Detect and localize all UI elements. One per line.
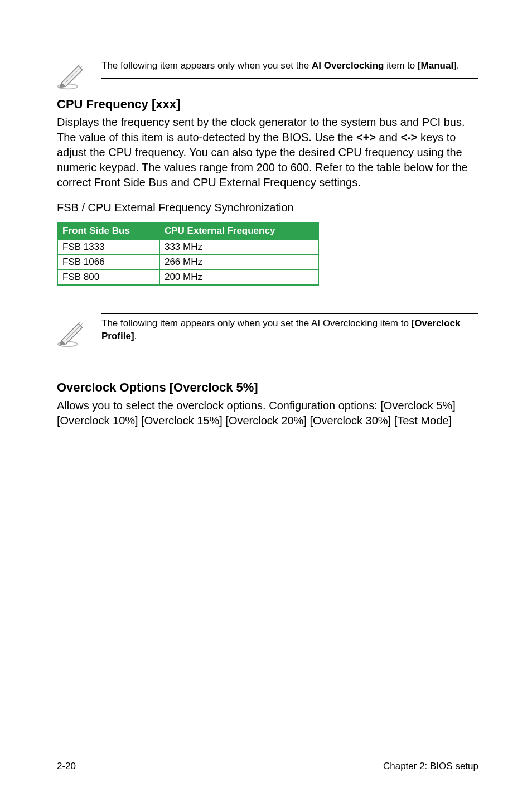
paragraph-cpu-frequency: Displays the frequency sent by the clock… <box>57 115 478 190</box>
note-overclock-profile: The following item appears only when you… <box>57 313 478 349</box>
note1-bold2: [Manual] <box>418 60 457 71</box>
table-row: FSB 800 200 MHz <box>57 270 318 286</box>
svg-line-3 <box>66 66 83 83</box>
pencil-note-icon <box>57 59 88 90</box>
key-minus: <-> <box>400 131 417 143</box>
note-text: The following item appears only when you… <box>101 56 478 79</box>
th-cpu-external-frequency: CPU External Frequency <box>159 223 318 239</box>
cell-freq: 200 MHz <box>159 270 318 286</box>
cell-freq: 266 MHz <box>159 255 318 270</box>
th-front-side-bus: Front Side Bus <box>57 223 159 239</box>
footer-page-number: 2-20 <box>57 761 76 772</box>
svg-line-8 <box>66 323 83 340</box>
heading-overclock-options: Overclock Options [Overclock 5%] <box>57 380 478 395</box>
footer-chapter: Chapter 2: BIOS setup <box>383 761 478 772</box>
note1-post: . <box>457 60 460 71</box>
table-header-row: Front Side Bus CPU External Frequency <box>57 223 318 239</box>
page-footer: 2-20 Chapter 2: BIOS setup <box>57 758 478 772</box>
table-row: FSB 1333 333 MHz <box>57 239 318 255</box>
table-row: FSB 1066 266 MHz <box>57 255 318 270</box>
note-text: The following item appears only when you… <box>101 313 478 349</box>
cell-fsb: FSB 1066 <box>57 255 159 270</box>
cell-fsb: FSB 800 <box>57 270 159 286</box>
paragraph-overclock-options: Allows you to select the overclock optio… <box>57 398 478 428</box>
note2-pre: The following item appears only when you… <box>101 318 412 328</box>
table-caption: FSB / CPU External Frequency Synchroniza… <box>57 200 478 215</box>
note2-post: . <box>134 331 137 341</box>
cell-freq: 333 MHz <box>159 239 318 255</box>
fsb-frequency-table: Front Side Bus CPU External Frequency FS… <box>57 222 319 286</box>
cell-fsb: FSB 1333 <box>57 239 159 255</box>
pencil-note-icon <box>57 317 88 348</box>
note1-bold: AI Overclocking <box>312 60 384 71</box>
key-plus: <+> <box>356 131 376 143</box>
heading-cpu-frequency: CPU Frequency [xxx] <box>57 97 478 112</box>
note1-mid: item to <box>384 60 417 71</box>
note-ai-overclocking-manual: The following item appears only when you… <box>57 56 478 90</box>
note1-pre: The following item appears only when you… <box>101 60 312 71</box>
body-mid1: and <box>376 131 400 143</box>
